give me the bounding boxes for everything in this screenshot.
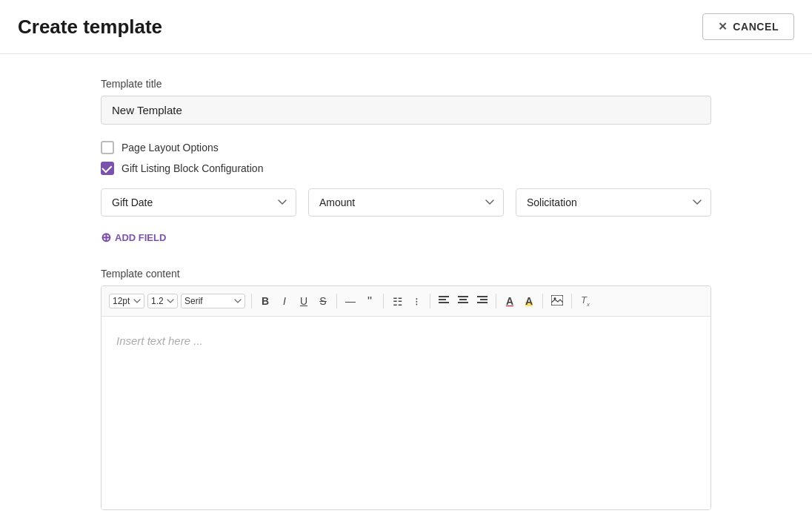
quote-button[interactable]: " xyxy=(361,291,379,311)
template-content-label: Template content xyxy=(101,268,711,280)
main-content: Template title Page Layout Options Gift … xyxy=(0,54,812,525)
image-icon xyxy=(551,295,563,307)
template-title-input[interactable] xyxy=(101,96,711,125)
bold-button[interactable]: B xyxy=(256,291,274,311)
align-center-icon xyxy=(458,296,468,306)
add-field-label: ADD FIELD xyxy=(115,232,166,243)
svg-rect-6 xyxy=(477,296,487,297)
divider-4 xyxy=(430,294,430,308)
svg-rect-3 xyxy=(458,296,468,297)
align-right-icon xyxy=(477,296,487,306)
unordered-list-button[interactable]: ⁝ xyxy=(407,291,425,311)
svg-rect-5 xyxy=(458,302,468,303)
page-layout-checkbox-item: Page Layout Options xyxy=(101,141,711,154)
ordered-list-icon: ☷ xyxy=(393,296,402,307)
underline-button[interactable]: U xyxy=(295,291,313,311)
editor-body[interactable]: Insert text here ... xyxy=(102,317,710,509)
divider-6 xyxy=(542,294,543,308)
svg-rect-0 xyxy=(439,296,449,297)
amount-dropdown[interactable]: Amount Total Amount Net Amount xyxy=(308,188,504,217)
page-layout-checkbox[interactable] xyxy=(101,141,114,154)
ordered-list-button[interactable]: ☷ xyxy=(388,291,406,311)
line-height-select[interactable]: 1.2 1.5 2.0 xyxy=(147,294,178,308)
svg-rect-7 xyxy=(480,299,487,300)
template-title-label: Template title xyxy=(101,78,711,90)
page-layout-label: Page Layout Options xyxy=(122,142,219,153)
strikethrough-button[interactable]: S xyxy=(314,291,332,311)
gift-listing-label: Gift Listing Block Configuration xyxy=(122,162,263,174)
cancel-button[interactable]: ✕ CANCEL xyxy=(702,13,794,40)
clear-format-button[interactable]: Tx xyxy=(576,291,594,311)
italic-button[interactable]: I xyxy=(276,291,293,311)
solicitation-dropdown[interactable]: Solicitation Campaign Fund xyxy=(516,188,711,217)
clear-format-icon: Tx xyxy=(581,295,590,308)
align-left-button[interactable] xyxy=(435,291,453,311)
em-dash-button[interactable]: — xyxy=(342,291,359,311)
divider-7 xyxy=(571,294,572,308)
svg-rect-2 xyxy=(439,302,449,303)
dropdowns-row: Gift Date Gift Amount Gift Type Amount T… xyxy=(101,188,711,217)
quote-icon: " xyxy=(367,295,372,308)
gift-listing-checkbox-item: Gift Listing Block Configuration xyxy=(101,162,711,175)
gift-date-dropdown[interactable]: Gift Date Gift Amount Gift Type xyxy=(101,188,296,217)
font-size-select[interactable]: 12pt 10pt 14pt 16pt xyxy=(109,294,144,308)
align-center-button[interactable] xyxy=(454,291,472,311)
highlight-icon: A xyxy=(525,296,533,306)
em-dash-icon: — xyxy=(345,296,356,306)
divider-5 xyxy=(496,294,496,308)
strikethrough-icon: S xyxy=(319,296,326,306)
font-color-icon: A xyxy=(506,296,513,306)
unordered-list-icon: ⁝ xyxy=(415,296,419,307)
divider-2 xyxy=(336,294,337,308)
template-title-field: Template title xyxy=(101,78,711,125)
editor-wrapper: 12pt 10pt 14pt 16pt 1.2 1.5 2.0 Serif Sa… xyxy=(101,285,711,510)
align-right-button[interactable] xyxy=(473,291,491,311)
align-left-icon xyxy=(439,296,449,306)
cancel-x-icon: ✕ xyxy=(718,20,728,33)
underline-icon: U xyxy=(300,296,307,306)
svg-rect-8 xyxy=(477,302,487,303)
editor-toolbar: 12pt 10pt 14pt 16pt 1.2 1.5 2.0 Serif Sa… xyxy=(102,286,710,317)
svg-rect-4 xyxy=(459,299,467,300)
checkboxes-row: Page Layout Options Gift Listing Block C… xyxy=(101,141,711,175)
page-header: Create template ✕ CANCEL xyxy=(0,0,812,54)
italic-icon: I xyxy=(283,296,286,306)
editor-placeholder: Insert text here ... xyxy=(116,334,203,347)
image-button[interactable] xyxy=(548,291,567,311)
bold-icon: B xyxy=(262,296,269,306)
add-field-icon: ⊕ xyxy=(101,231,111,244)
divider-3 xyxy=(383,294,384,308)
page-title: Create template xyxy=(18,16,162,39)
svg-rect-1 xyxy=(439,299,446,300)
highlight-button[interactable]: A xyxy=(520,291,538,311)
gift-listing-checkbox[interactable] xyxy=(101,162,114,175)
divider-1 xyxy=(251,294,252,308)
font-family-select[interactable]: Serif Sans-Serif Monospace xyxy=(181,294,245,308)
cancel-label: CANCEL xyxy=(733,21,779,33)
font-color-button[interactable]: A xyxy=(501,291,519,311)
add-field-button[interactable]: ⊕ ADD FIELD xyxy=(101,228,166,247)
